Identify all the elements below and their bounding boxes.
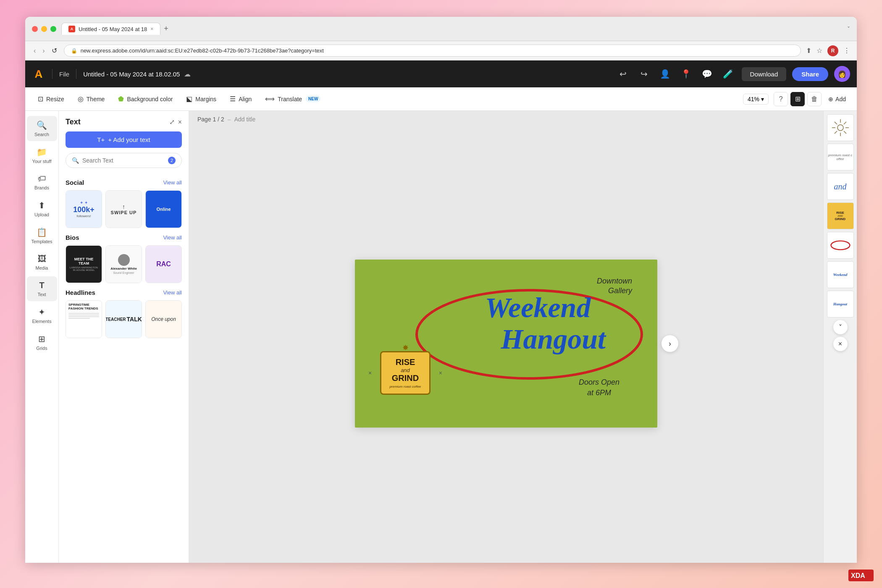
right-panel-down-arrow[interactable]: ˅	[833, 320, 848, 334]
hangout-text[interactable]: Hangout	[501, 325, 606, 353]
rac-card[interactable]: RAC	[145, 245, 182, 283]
panel-close-icon[interactable]: ×	[178, 118, 182, 126]
close-window-button[interactable]	[32, 26, 38, 32]
followers-card[interactable]: ✦ ✦ 100k+ followers!	[66, 190, 102, 228]
thumbnail-rise[interactable]: RISE and GRIND	[827, 202, 854, 229]
beaker-icon[interactable]: 🧪	[721, 66, 736, 81]
right-panel-close-button[interactable]: ×	[833, 337, 848, 351]
filter-badge: 2	[168, 157, 176, 164]
sidebar-brands-label: Brands	[34, 185, 49, 190]
sidebar-item-media[interactable]: 🖼 Media	[27, 250, 57, 275]
bookmark-icon[interactable]: ☆	[816, 47, 822, 55]
margins-button[interactable]: ⬕ Margins	[180, 92, 222, 105]
sidebar-item-elements[interactable]: ✦ Elements	[27, 303, 57, 328]
theme-button[interactable]: ◎ Theme	[72, 92, 111, 105]
design-canvas[interactable]: DowntownGallery Weekend	[355, 260, 657, 428]
weekend-word: Weekend	[485, 291, 591, 323]
translate-icon: ⟺	[265, 95, 275, 103]
add-button[interactable]: ⊕ Add	[824, 94, 850, 104]
thumbnail-hangout[interactable]: Hangout	[827, 291, 854, 318]
sidebar-item-grids[interactable]: ⊞ Grids	[27, 330, 57, 355]
align-button[interactable]: ☰ Align	[224, 92, 257, 105]
headlines-view-all[interactable]: View all	[163, 289, 182, 296]
share-button[interactable]: Share	[792, 67, 828, 81]
resize-button[interactable]: ⊡ Resize	[32, 92, 70, 105]
comment-icon[interactable]: 💬	[700, 66, 715, 81]
meet-sub: LARISSA HARRINGTON IN HOUSE MODEL	[68, 266, 99, 271]
undo-button[interactable]: ↩	[616, 66, 631, 81]
sticker-handle-x-left[interactable]: ×	[368, 370, 372, 376]
canvas-area[interactable]: Page 1 / 2 – Add title DowntownGallery	[189, 111, 823, 563]
social-section-header: Social View all	[66, 179, 182, 186]
canvas-container: DowntownGallery Weekend	[189, 128, 823, 559]
user-avatar[interactable]: 👩	[834, 66, 850, 82]
search-bar[interactable]: 🔍 2	[66, 153, 182, 168]
back-button[interactable]: ‹	[32, 45, 37, 56]
headlines-section-header: Headlines View all	[66, 289, 182, 296]
redo-button[interactable]: ↪	[637, 66, 652, 81]
browser-tab-active[interactable]: A Untitled - 05 May 2024 at 18 ×	[61, 23, 160, 35]
file-menu[interactable]: File	[59, 71, 69, 78]
alex-avatar	[118, 254, 130, 266]
swipe-up-card[interactable]: ↑ SWIPE UP	[105, 190, 142, 228]
sidebar-item-text[interactable]: T Text	[27, 276, 57, 301]
help-icon-btn[interactable]: ?	[774, 92, 788, 106]
bios-view-all[interactable]: View all	[163, 234, 182, 241]
social-view-all[interactable]: View all	[163, 179, 182, 186]
once-card[interactable]: Once upon	[145, 300, 182, 338]
fashion-card[interactable]: SPRINGTIME FASHION TRENDS	[66, 300, 102, 338]
add-text-button[interactable]: T+ + Add your text	[66, 131, 182, 148]
rac-card-bg: RAC	[146, 246, 181, 283]
translate-label: Translate	[278, 96, 302, 102]
sidebar-item-search[interactable]: 🔍 Search	[27, 116, 57, 141]
minimize-window-button[interactable]	[41, 26, 47, 32]
weekend-text[interactable]: Weekend	[485, 293, 591, 322]
right-panel-close-icon: ×	[838, 340, 842, 348]
sidebar-item-templates[interactable]: 📋 Templates	[27, 223, 57, 248]
menu-icon[interactable]: ⋮	[843, 47, 850, 55]
sidebar-grids-label: Grids	[36, 346, 47, 351]
canvas-header: Page 1 / 2 – Add title	[189, 111, 823, 128]
sticker-handle-x-right[interactable]: ×	[439, 370, 442, 376]
thumbnail-weekend[interactable]: Weekend	[827, 261, 854, 288]
teacher-card[interactable]: TEACHER TALK	[105, 300, 142, 338]
refresh-button[interactable]: ↺	[50, 45, 59, 56]
thumbnail-sun[interactable]	[827, 114, 854, 141]
search-text-input[interactable]	[82, 157, 165, 164]
sidebar-item-brands[interactable]: 🏷 Brands	[27, 170, 57, 194]
add-title-link[interactable]: Add title	[234, 116, 256, 123]
url-bar[interactable]: 🔒 new.express.adobe.com/id/urn:aaid:sc:E…	[64, 45, 801, 57]
online-card[interactable]: Online	[145, 190, 182, 228]
location-icon[interactable]: 📍	[679, 66, 694, 81]
screenshot-icon[interactable]: ⬆	[806, 47, 811, 55]
tab-close-button[interactable]: ×	[150, 26, 153, 32]
brands-icon: 🏷	[38, 174, 46, 184]
canvas-next-arrow[interactable]: ›	[662, 335, 678, 352]
collaborate-icon[interactable]: 👤	[658, 66, 673, 81]
meet-team-card[interactable]: MEET THE TEAM LARISSA HARRINGTON IN HOUS…	[66, 245, 102, 283]
background-color-button[interactable]: ⬟ Background color	[112, 92, 178, 105]
sidebar-item-upload[interactable]: ⬆ Upload	[27, 196, 57, 221]
theme-icon: ◎	[78, 95, 84, 103]
alex-title: Sound Engineer	[113, 271, 134, 274]
download-button[interactable]: Download	[742, 67, 787, 81]
text-plus-icon: T+	[97, 136, 105, 143]
expand-icon[interactable]: ⤢	[169, 118, 175, 126]
followers-card-bg: ✦ ✦ 100k+ followers!	[66, 191, 102, 228]
thumbnail-script[interactable]: premium roast coffee	[827, 144, 854, 171]
new-tab-button[interactable]: +	[164, 24, 168, 33]
thumbnail-oval[interactable]	[827, 232, 854, 259]
zoom-control[interactable]: 41% ▾	[743, 94, 769, 105]
rise-grind-sticker[interactable]: × ✸ RISE and GRIND premium roast coffee	[376, 335, 435, 411]
trash-btn[interactable]: 🗑	[807, 92, 822, 106]
grid-toggle-btn[interactable]: ⊞	[790, 92, 805, 106]
maximize-window-button[interactable]	[50, 26, 56, 32]
alex-card[interactable]: Alexander White Sound Engineer	[105, 245, 142, 283]
browser-user-avatar[interactable]: R	[827, 45, 838, 56]
tabs-chevron-icon[interactable]: ˅	[847, 26, 850, 32]
add-label: Add	[835, 96, 846, 102]
translate-button[interactable]: ⟺ Translate NEW	[259, 92, 326, 105]
sidebar-item-your-stuff[interactable]: 📁 Your stuff	[27, 143, 57, 168]
forward-button[interactable]: ›	[41, 45, 46, 56]
thumbnail-and[interactable]: and	[827, 173, 854, 200]
